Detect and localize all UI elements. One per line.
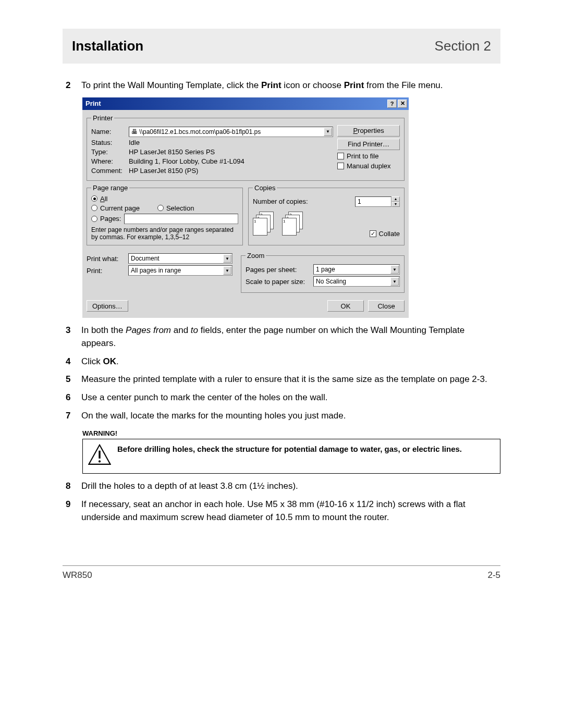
spinner-up-icon[interactable]: ▲ <box>391 196 400 202</box>
chevron-down-icon[interactable]: ▼ <box>390 277 399 286</box>
range-current-radio[interactable]: Current page <box>91 204 140 212</box>
step-2: 2 To print the Wall Mounting Template, c… <box>66 79 500 92</box>
copies-spinner[interactable]: 1 ▲▼ <box>355 196 400 207</box>
step-6: 6Use a center punch to mark the center o… <box>66 391 500 404</box>
page-title: Installation <box>72 38 143 54</box>
step-9: 9If necessary, seat an anchor in each ho… <box>66 498 500 524</box>
find-printer-button[interactable]: Find Printer… <box>337 139 400 150</box>
page-range-group: Page range All Current page Selection Pa… <box>87 184 243 246</box>
print-to-file-checkbox[interactable]: Print to file <box>337 152 400 160</box>
spinner-down-icon[interactable]: ▼ <box>391 202 400 207</box>
step-7: 7On the wall, locate the marks for the m… <box>66 410 500 423</box>
pages-per-sheet-select[interactable]: 1 page▼ <box>313 264 400 275</box>
manual-duplex-checkbox[interactable]: Manual duplex <box>337 162 400 170</box>
warning-text: Before drilling holes, check the structu… <box>117 443 462 454</box>
printer-group: Printer Name: 🖶 \\pa06fil12.e1.bcs.mot.c… <box>87 114 405 181</box>
footer-page-number: 2-5 <box>487 570 500 581</box>
step-3: 3 In both the Pages from and to fields, … <box>66 324 500 350</box>
chevron-down-icon[interactable]: ▼ <box>390 265 399 274</box>
step-5: 5Measure the printed template with a rul… <box>66 373 500 386</box>
print-range-select[interactable]: All pages in range▼ <box>128 265 232 276</box>
close-icon[interactable]: ✕ <box>398 100 407 108</box>
page-header: Installation Section 2 <box>63 29 500 64</box>
collate-checkbox[interactable]: ✓Collate <box>370 230 400 238</box>
print-what-select[interactable]: Document▼ <box>128 253 232 264</box>
chevron-down-icon[interactable]: ▼ <box>223 254 231 263</box>
chevron-down-icon[interactable]: ▼ <box>223 266 231 275</box>
dialog-titlebar[interactable]: Print ? ✕ <box>82 97 409 110</box>
warning-block: WARNING! Before drilling holes, check th… <box>82 429 500 474</box>
collate-illustration: 321 321 <box>253 212 304 236</box>
chevron-down-icon[interactable]: ▼ <box>324 128 332 136</box>
step-8: 8Drill the holes to a depth of at least … <box>66 480 500 493</box>
warning-title: WARNING! <box>82 429 500 437</box>
options-button[interactable]: Options… <box>87 300 128 312</box>
footer-model: WR850 <box>63 570 92 581</box>
page-footer: WR850 2-5 <box>63 570 500 581</box>
range-all-radio[interactable]: All <box>91 195 238 203</box>
close-button[interactable]: Close <box>368 300 405 312</box>
scale-to-paper-select[interactable]: No Scaling▼ <box>313 276 400 287</box>
section-label: Section 2 <box>435 38 491 54</box>
ok-button[interactable]: OK <box>327 300 364 312</box>
range-selection-radio[interactable]: Selection <box>157 204 194 212</box>
dialog-title: Print <box>85 100 386 107</box>
copies-group: Copies Number of copies: 1 ▲▼ 321 321 <box>248 184 405 246</box>
help-button[interactable]: ? <box>387 100 397 108</box>
range-pages-radio[interactable]: Pages: <box>91 215 121 223</box>
properties-button[interactable]: Properties <box>337 125 400 137</box>
warning-icon <box>88 443 111 469</box>
pages-input[interactable] <box>124 214 238 224</box>
footer-rule <box>63 565 500 566</box>
svg-point-2 <box>99 461 101 463</box>
zoom-group: Zoom Pages per sheet: 1 page▼ Scale to p… <box>241 252 405 293</box>
step-4: 4 Click OK. <box>66 355 500 368</box>
printer-name-select[interactable]: 🖶 \\pa06fil12.e1.bcs.mot.com\pa06-b1flp0… <box>129 127 333 137</box>
print-dialog: Print ? ✕ Printer Name: 🖶 \\pa06fil12.e1… <box>82 97 409 318</box>
